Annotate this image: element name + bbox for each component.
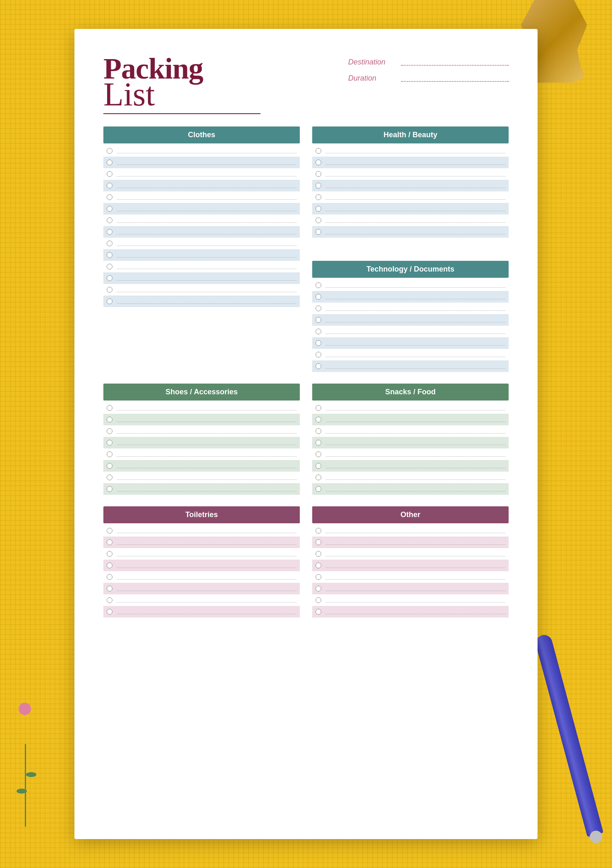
pen-decoration [534, 633, 603, 837]
checklist-item [312, 314, 509, 326]
flowers-decoration [12, 703, 45, 827]
destination-input[interactable] [401, 59, 509, 66]
category-toiletries-header: Toiletries [103, 506, 300, 523]
checkbox[interactable] [316, 451, 321, 457]
checkbox[interactable] [316, 551, 321, 557]
checkbox[interactable] [107, 252, 112, 258]
category-other-header: Other [312, 506, 509, 523]
checklist-item [312, 180, 509, 191]
checkbox[interactable] [107, 486, 112, 492]
categories-grid: Clothes Health / Beauty [103, 126, 509, 629]
checklist-item [312, 215, 509, 226]
checkbox[interactable] [316, 305, 321, 311]
checkbox[interactable] [316, 294, 321, 300]
checkbox[interactable] [316, 206, 321, 212]
checklist-item [103, 145, 300, 157]
checkbox[interactable] [316, 217, 321, 223]
checklist-item [312, 337, 509, 349]
checkbox[interactable] [107, 287, 112, 293]
checkbox[interactable] [316, 183, 321, 188]
checklist-item [103, 560, 300, 571]
checkbox[interactable] [107, 597, 112, 603]
checkbox[interactable] [107, 417, 112, 422]
checkbox[interactable] [107, 463, 112, 469]
duration-label: Duration [348, 74, 398, 83]
checklist-item [312, 594, 509, 606]
checklist-item [312, 349, 509, 360]
checklist-item [103, 157, 300, 168]
checkbox[interactable] [316, 340, 321, 346]
checkbox[interactable] [316, 586, 321, 591]
checkbox[interactable] [316, 160, 321, 165]
checkbox[interactable] [316, 405, 321, 411]
checkbox[interactable] [107, 405, 112, 411]
checklist-item [312, 425, 509, 437]
category-shoes-accessories-header: Shoes / Accessories [103, 384, 300, 401]
checklist-item [312, 145, 509, 157]
checklist-item [312, 583, 509, 594]
checkbox[interactable] [316, 463, 321, 469]
checklist-item [312, 168, 509, 180]
checkbox[interactable] [316, 428, 321, 434]
category-clothes: Clothes [103, 126, 300, 372]
checklist-item [103, 180, 300, 191]
checkbox[interactable] [316, 417, 321, 422]
checkbox[interactable] [107, 241, 112, 246]
checkbox[interactable] [316, 475, 321, 480]
checkbox[interactable] [107, 171, 112, 177]
checkbox[interactable] [316, 352, 321, 358]
checkbox[interactable] [107, 563, 112, 568]
checkbox[interactable] [107, 148, 112, 154]
checkbox[interactable] [316, 563, 321, 568]
checklist-item [103, 594, 300, 606]
duration-input[interactable] [401, 75, 509, 82]
checklist-item [103, 525, 300, 537]
checklist-item [312, 483, 509, 495]
checklist-item [312, 203, 509, 215]
checkbox[interactable] [107, 275, 112, 281]
checkbox[interactable] [107, 298, 112, 304]
checkbox[interactable] [107, 194, 112, 200]
checkbox[interactable] [107, 160, 112, 165]
title-divider [103, 113, 261, 114]
category-health-beauty: Health / Beauty [312, 126, 509, 238]
checkbox[interactable] [107, 539, 112, 545]
checkbox[interactable] [316, 229, 321, 235]
checkbox[interactable] [107, 609, 112, 615]
paper-document: Packing List Destination Duration Clothe… [74, 29, 538, 839]
checkbox[interactable] [107, 475, 112, 480]
checkbox[interactable] [107, 528, 112, 534]
checkbox[interactable] [107, 428, 112, 434]
checkbox[interactable] [316, 317, 321, 323]
checkbox[interactable] [107, 217, 112, 223]
checkbox[interactable] [107, 440, 112, 446]
checklist-item [103, 437, 300, 448]
checklist-item [103, 168, 300, 180]
checkbox[interactable] [316, 282, 321, 288]
checkbox[interactable] [316, 486, 321, 492]
checkbox[interactable] [107, 183, 112, 188]
checkbox[interactable] [107, 586, 112, 591]
category-technology-documents: Technology / Documents [312, 261, 509, 372]
checklist-item [103, 402, 300, 414]
checkbox[interactable] [316, 539, 321, 545]
checkbox[interactable] [316, 363, 321, 369]
checkbox[interactable] [316, 528, 321, 534]
checkbox[interactable] [316, 148, 321, 154]
checkbox[interactable] [316, 194, 321, 200]
checkbox[interactable] [107, 451, 112, 457]
checkbox[interactable] [107, 551, 112, 557]
checkbox[interactable] [316, 171, 321, 177]
checkbox[interactable] [107, 206, 112, 212]
checkbox[interactable] [107, 264, 112, 269]
checkbox[interactable] [316, 440, 321, 446]
checklist-item [312, 157, 509, 168]
checkbox[interactable] [316, 574, 321, 580]
checkbox[interactable] [107, 229, 112, 235]
checkbox[interactable] [107, 574, 112, 580]
title-block: Packing List [103, 54, 261, 114]
checkbox[interactable] [316, 597, 321, 603]
checklist-item [312, 191, 509, 203]
checkbox[interactable] [316, 609, 321, 615]
checkbox[interactable] [316, 329, 321, 334]
